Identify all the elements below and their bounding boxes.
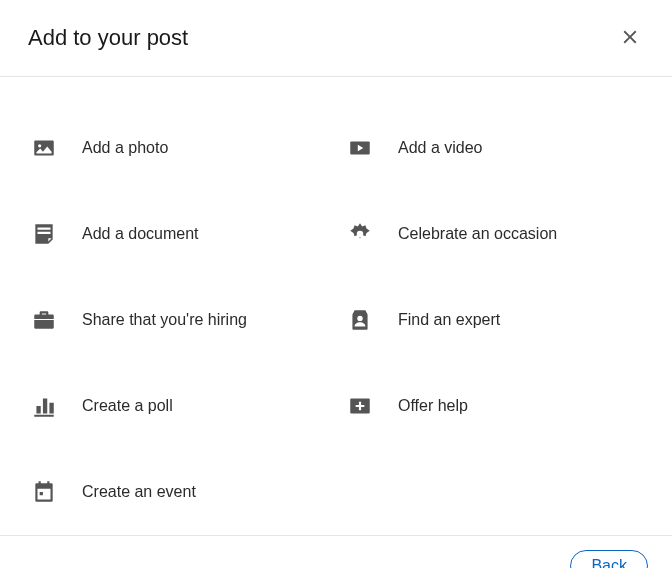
option-label: Share that you're hiring — [82, 311, 247, 329]
poll-icon — [28, 390, 60, 422]
option-label: Offer help — [398, 397, 468, 415]
dialog-header: Add to your post — [0, 0, 672, 77]
add-photo-option[interactable]: Add a photo — [28, 105, 328, 191]
document-icon — [28, 218, 60, 250]
back-button[interactable]: Back — [570, 550, 648, 568]
expert-icon — [344, 304, 376, 336]
create-poll-option[interactable]: Create a poll — [28, 363, 328, 449]
calendar-icon — [28, 476, 60, 508]
close-icon — [619, 26, 641, 51]
option-label: Create an event — [82, 483, 196, 501]
dialog-footer: Back — [0, 535, 672, 568]
option-label: Add a photo — [82, 139, 168, 157]
celebrate-icon — [344, 218, 376, 250]
option-label: Create a poll — [82, 397, 173, 415]
dialog-title: Add to your post — [28, 25, 188, 51]
video-icon — [344, 132, 376, 164]
close-button[interactable] — [612, 20, 648, 56]
share-hiring-option[interactable]: Share that you're hiring — [28, 277, 328, 363]
svg-point-1 — [357, 231, 364, 238]
option-label: Celebrate an occasion — [398, 225, 557, 243]
add-document-option[interactable]: Add a document — [28, 191, 328, 277]
plus-box-icon — [344, 390, 376, 422]
create-event-option[interactable]: Create an event — [28, 449, 328, 535]
option-label: Add a document — [82, 225, 199, 243]
photo-icon — [28, 132, 60, 164]
find-expert-option[interactable]: Find an expert — [344, 277, 644, 363]
briefcase-icon — [28, 304, 60, 336]
offer-help-option[interactable]: Offer help — [344, 363, 644, 449]
option-label: Find an expert — [398, 311, 500, 329]
option-label: Add a video — [398, 139, 483, 157]
options-grid: Add a photo Add a video Add a document C… — [0, 77, 672, 535]
add-video-option[interactable]: Add a video — [344, 105, 644, 191]
celebrate-occasion-option[interactable]: Celebrate an occasion — [344, 191, 644, 277]
